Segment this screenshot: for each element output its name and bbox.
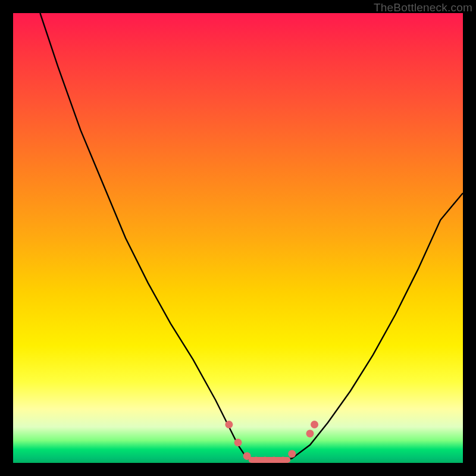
curve-layer <box>13 13 463 463</box>
highlight-dot <box>288 450 296 458</box>
highlight-dot <box>234 439 242 446</box>
highlight-dot <box>311 421 318 428</box>
bottleneck-curve <box>40 13 463 463</box>
highlight-dot <box>306 430 314 437</box>
highlight-dot <box>243 452 251 460</box>
chart-frame: TheBottleneck.com <box>0 0 476 476</box>
watermark-label: TheBottleneck.com <box>374 1 472 14</box>
highlight-dots <box>225 421 318 463</box>
plot-area <box>13 13 463 463</box>
highlight-dot <box>225 421 233 428</box>
